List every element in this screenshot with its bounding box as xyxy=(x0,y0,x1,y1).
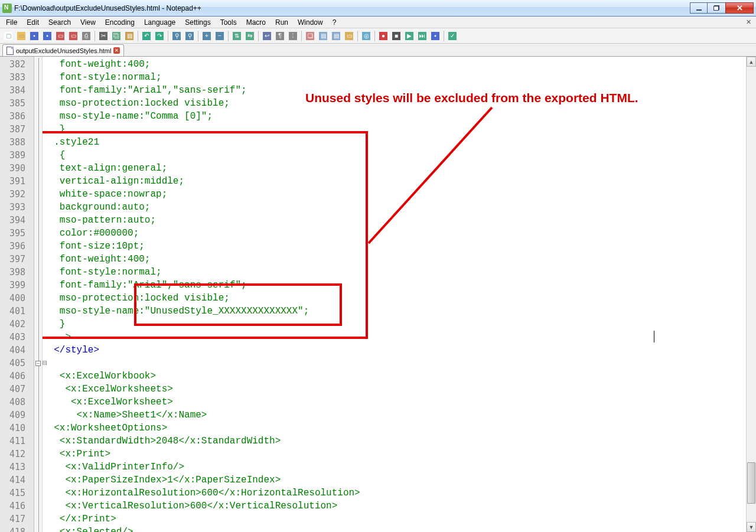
play-button[interactable]: ▶ xyxy=(403,30,415,42)
stop-button[interactable]: ■ xyxy=(390,30,402,42)
save-button[interactable]: ▪ xyxy=(28,30,40,42)
undo-button[interactable]: ↶ xyxy=(141,30,152,42)
fold-marker[interactable] xyxy=(34,487,42,500)
fold-marker[interactable] xyxy=(34,162,42,175)
menu-language[interactable]: Language xyxy=(139,17,180,28)
doc-map-button[interactable]: ▤ xyxy=(317,30,329,42)
fold-marker[interactable] xyxy=(34,409,42,422)
fold-marker[interactable] xyxy=(34,344,42,357)
replace-button[interactable]: ⚲ xyxy=(184,30,195,42)
fold-marker[interactable] xyxy=(34,97,42,110)
fold-marker[interactable] xyxy=(34,227,42,240)
fold-marker[interactable] xyxy=(34,448,42,461)
play-multi-button[interactable]: ⏭ xyxy=(416,30,428,42)
fold-marker[interactable] xyxy=(34,110,42,123)
save-icon: ▪ xyxy=(30,32,38,40)
scroll-down-button[interactable]: ▼ xyxy=(747,522,756,532)
close-button[interactable]: ▭ xyxy=(54,30,66,42)
fold-marker[interactable] xyxy=(34,279,42,292)
fold-marker[interactable] xyxy=(34,370,42,383)
cut-button[interactable]: ✂ xyxy=(97,30,109,42)
copy-button[interactable]: ⿻ xyxy=(110,30,122,42)
menu-file[interactable]: File xyxy=(1,17,22,28)
close-button[interactable]: ✕ xyxy=(725,2,754,14)
zoom-in-button[interactable]: + xyxy=(201,30,213,42)
menu-macro[interactable]: Macro xyxy=(242,17,271,28)
fold-marker[interactable] xyxy=(34,84,42,97)
menu-settings[interactable]: Settings xyxy=(180,17,215,28)
fold-marker[interactable] xyxy=(34,58,42,71)
fold-marker[interactable] xyxy=(34,149,42,162)
code-area[interactable]: Unused styles will be excluded from the … xyxy=(43,57,756,532)
redo-button[interactable]: ↷ xyxy=(154,30,165,42)
menu-tools[interactable]: Tools xyxy=(216,17,242,28)
code-line: </style> xyxy=(43,344,756,357)
fold-marker[interactable] xyxy=(34,331,42,344)
fold-marker[interactable] xyxy=(34,461,42,474)
toolbar-separator xyxy=(138,31,138,41)
menu-search[interactable]: Search xyxy=(44,17,76,28)
fold-marker[interactable] xyxy=(34,201,42,214)
fold-marker[interactable] xyxy=(34,305,42,318)
record-button[interactable]: ● xyxy=(377,30,389,42)
fold-marker[interactable] xyxy=(34,422,42,435)
fold-marker[interactable]: − xyxy=(34,357,42,370)
menu-run[interactable]: Run xyxy=(271,17,293,28)
fold-marker[interactable] xyxy=(34,383,42,396)
scroll-thumb[interactable] xyxy=(747,462,755,504)
zoom-out-button[interactable]: − xyxy=(214,30,226,42)
fold-marker[interactable] xyxy=(34,513,42,526)
save-macro-button[interactable]: ▪ xyxy=(429,30,441,42)
menu-window[interactable]: Window xyxy=(293,17,328,28)
find-button[interactable]: ⚲ xyxy=(171,30,183,42)
sync-h-button[interactable]: ⇆ xyxy=(244,30,256,42)
fold-marker[interactable] xyxy=(34,266,42,279)
fold-marker[interactable] xyxy=(34,435,42,448)
fold-marker[interactable] xyxy=(34,71,42,84)
scroll-up-button[interactable]: ▲ xyxy=(747,57,756,67)
save-all-button[interactable]: ▪ xyxy=(41,30,53,42)
scroll-track[interactable] xyxy=(747,67,756,522)
wrap-button[interactable]: ↩ xyxy=(261,30,273,42)
print-button[interactable]: ⎙ xyxy=(80,30,92,42)
indent-guide-button[interactable]: ⦙ xyxy=(287,30,299,42)
fold-marker[interactable] xyxy=(34,214,42,227)
fold-marker[interactable] xyxy=(34,500,42,513)
menu-[interactable]: ? xyxy=(328,17,341,28)
fold-marker[interactable] xyxy=(34,292,42,305)
close-all-button[interactable]: ▭ xyxy=(67,30,79,42)
paste-button[interactable]: ▤ xyxy=(123,30,135,42)
document-tab[interactable]: outputExcludeUnusedStyles.html ✕ xyxy=(2,44,124,56)
code-line: <x:HorizontalResolution>600</x:Horizonta… xyxy=(43,487,756,500)
open-file-button[interactable]: ▭ xyxy=(15,30,27,42)
fold-marker[interactable] xyxy=(34,253,42,266)
mdi-close-button[interactable]: ✕ xyxy=(744,18,752,26)
minimize-icon xyxy=(696,9,702,11)
fold-marker[interactable] xyxy=(34,396,42,409)
fold-marker[interactable] xyxy=(34,175,42,188)
minimize-button[interactable] xyxy=(690,2,708,14)
fold-marker[interactable] xyxy=(34,188,42,201)
fold-marker[interactable] xyxy=(34,474,42,487)
line-number: 388 xyxy=(0,136,34,149)
new-file-button[interactable]: ▢ xyxy=(2,30,14,42)
show-all-button[interactable]: ¶ xyxy=(274,30,286,42)
monitor-button[interactable]: ◎ xyxy=(360,30,372,42)
folder-button[interactable]: ▭ xyxy=(343,30,355,42)
menu-edit[interactable]: Edit xyxy=(22,17,44,28)
restore-button[interactable] xyxy=(708,2,725,14)
sync-v-button[interactable]: ⇅ xyxy=(231,30,243,42)
fold-marker[interactable] xyxy=(34,240,42,253)
spell-button[interactable]: ✓ xyxy=(447,30,458,42)
lang-button[interactable]: ❏ xyxy=(304,30,316,42)
menu-encoding[interactable]: Encoding xyxy=(100,17,139,28)
fold-marker[interactable] xyxy=(34,136,42,149)
menu-view[interactable]: View xyxy=(76,17,100,28)
save-all-icon: ▪ xyxy=(43,32,51,40)
fold-marker[interactable] xyxy=(34,526,42,532)
vertical-scrollbar[interactable]: ▲ ▼ xyxy=(746,57,756,532)
fold-marker[interactable] xyxy=(34,318,42,331)
fold-marker[interactable] xyxy=(34,123,42,136)
func-list-button[interactable]: ▤ xyxy=(330,30,342,42)
tab-close-button[interactable]: ✕ xyxy=(113,47,120,54)
